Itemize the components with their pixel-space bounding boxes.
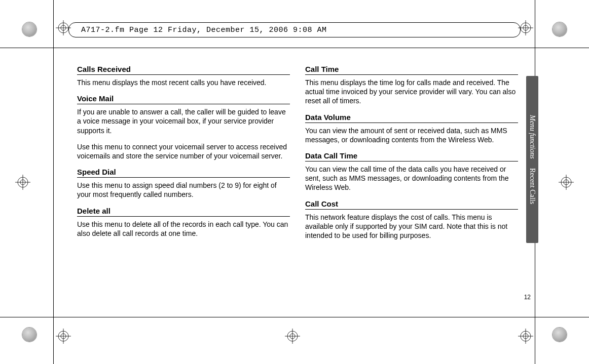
section-body: This network feature displays the cost o… [305,213,518,240]
section-body: If you are unable to answer a call, the … [77,107,290,135]
section-heading-data-call-time: Data Call Time [305,151,518,161]
right-column: Call Time This menu displays the time lo… [305,65,518,247]
section-heading-call-cost: Call Cost [305,199,518,210]
page-number: 12 [524,294,531,301]
registration-mark-icon [559,175,574,190]
registration-mark-icon [56,329,71,344]
registration-mark-icon [15,175,30,190]
registration-mark-icon [518,329,533,344]
section-body: You can view the call time of the data c… [305,165,518,192]
left-column: Calls Received This menu displays the mo… [77,65,290,247]
registration-mark-icon [285,329,300,344]
side-tab-label-2: Recent Calls [528,168,536,204]
section-heading-call-time: Call Time [305,65,518,75]
section-body: Use this menu to connect your voicemail … [77,142,290,160]
section-body: Use this menu to assign speed dial numbe… [77,181,290,199]
section-body: You can view the amount of sent or recei… [305,126,518,144]
side-tab-label-1: Menu functions [528,115,536,159]
gray-sphere-icon [553,328,567,342]
crop-line-bottom [0,317,589,317]
section-heading-data-volume: Data Volume [305,113,518,123]
section-heading-calls-received: Calls Received [77,65,290,75]
side-tab: Menu functions Recent Calls [526,76,538,243]
gray-sphere-icon [553,22,567,36]
section-body: Use this menu to delete all of the recor… [77,220,290,238]
page-header-text: A717-2.fm Page 12 Friday, December 15, 2… [77,25,331,35]
section-heading-speed-dial: Speed Dial [77,168,290,178]
gray-sphere-icon [22,22,36,36]
section-body: This menu displays the most recent calls… [77,78,290,87]
section-body: This menu displays the time log for call… [305,78,518,106]
section-heading-voice-mail: Voice Mail [77,94,290,104]
section-heading-delete-all: Delete all [77,207,290,217]
gray-sphere-icon [22,328,36,342]
page-content: Calls Received This menu displays the mo… [77,65,528,247]
crop-line-left [53,0,54,364]
crop-line-top [0,48,589,48]
